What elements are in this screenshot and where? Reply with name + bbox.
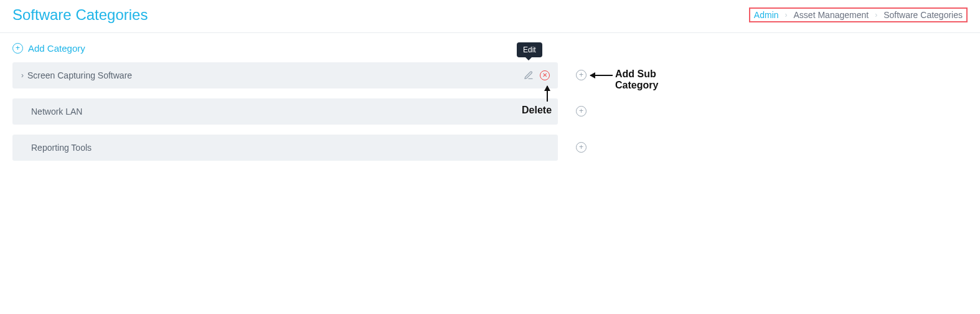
plus-icon: + bbox=[12, 43, 23, 54]
edit-icon[interactable] bbox=[523, 70, 534, 81]
category-row[interactable]: Network LAN bbox=[12, 98, 558, 125]
add-category-button[interactable]: + Add Category bbox=[12, 43, 85, 54]
plus-icon: + bbox=[576, 106, 587, 117]
delete-icon[interactable]: ✕ bbox=[539, 70, 550, 81]
breadcrumb-asset-management[interactable]: Asset Management bbox=[794, 10, 869, 20]
chevron-right-icon: › bbox=[875, 11, 877, 19]
category-name: Network LAN bbox=[31, 107, 82, 117]
category-row[interactable]: › Screen Capturing Software ✕ bbox=[12, 62, 558, 88]
add-category-label: Add Category bbox=[28, 43, 85, 54]
category-list: Edit › Screen Capturing Software ✕ + Add bbox=[12, 62, 558, 161]
breadcrumb: Admin › Asset Management › Software Cate… bbox=[749, 7, 968, 22]
breadcrumb-admin[interactable]: Admin bbox=[754, 10, 779, 20]
category-name: Reporting Tools bbox=[31, 143, 92, 153]
add-subcategory-button[interactable]: + bbox=[576, 70, 587, 80]
add-subcategory-button[interactable]: + bbox=[576, 142, 587, 153]
plus-icon: + bbox=[576, 142, 587, 153]
annotation-add-sub: Add Sub Category bbox=[615, 69, 658, 91]
annotation-delete: Delete bbox=[522, 105, 552, 116]
category-row[interactable]: Reporting Tools bbox=[12, 135, 558, 161]
edit-tooltip: Edit bbox=[517, 42, 542, 57]
page-title: Software Categories bbox=[12, 6, 148, 24]
breadcrumb-current: Software Categories bbox=[883, 10, 963, 20]
category-name: Screen Capturing Software bbox=[27, 70, 132, 80]
add-subcategory-button[interactable]: + bbox=[576, 106, 587, 117]
chevron-right-icon: › bbox=[785, 11, 788, 19]
chevron-right-icon[interactable]: › bbox=[21, 71, 24, 80]
plus-icon: + bbox=[576, 70, 587, 80]
